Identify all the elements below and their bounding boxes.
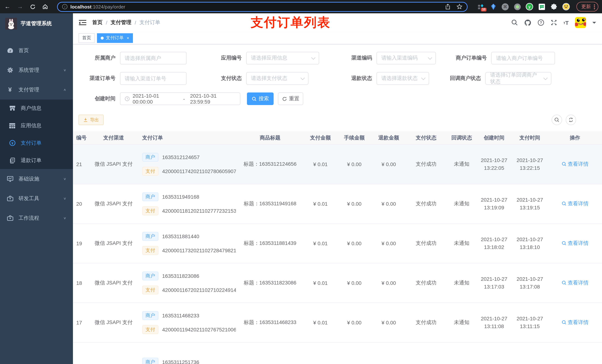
- fullscreen-icon[interactable]: [550, 19, 557, 26]
- notify-status-select[interactable]: 请选择订单回调商户状态: [485, 72, 551, 85]
- view-detail-link[interactable]: 查看详情: [561, 319, 589, 326]
- table-header-row: 编号 支付渠道 支付订单 商品标题 支付金额 手续金额 退款金额 支付状态 回调…: [73, 131, 602, 145]
- avatar[interactable]: [575, 17, 586, 28]
- extension-icon-3[interactable]: ⌘: [502, 3, 509, 10]
- search-icon: [561, 281, 566, 285]
- reload-icon[interactable]: [29, 3, 36, 10]
- screen: ← → i localhost:1024/pay/order 10 ⌘ y: [0, 0, 602, 364]
- refund-status-select[interactable]: 请选择退款状态: [376, 72, 429, 85]
- notify-status: 未通知: [447, 319, 476, 326]
- payment-submenu: 商户信息 应用信息 ¥ 支付订单 退款订单: [0, 100, 73, 169]
- browser-menu-icon[interactable]: [594, 4, 595, 9]
- extension-icon-5[interactable]: y: [526, 3, 533, 10]
- pay-status-select[interactable]: 请选择支付状态: [246, 72, 308, 85]
- extension-icon-2[interactable]: [489, 3, 497, 10]
- view-detail-link[interactable]: 查看详情: [561, 161, 589, 167]
- sidebar-item-system[interactable]: 系统管理 ∨: [0, 60, 73, 80]
- column-header: 手续金额: [336, 135, 372, 141]
- table-row[interactable]: 19 微信 JSAPI 支付 商户1635311881440 支付4200001…: [73, 224, 602, 263]
- extension-icon-1[interactable]: 10: [477, 3, 485, 10]
- extension-icon-6[interactable]: [538, 3, 545, 10]
- share-icon[interactable]: [445, 4, 451, 10]
- notify-status: 未通知: [447, 240, 476, 247]
- tab-home[interactable]: 首页: [78, 33, 95, 43]
- table-row[interactable]: 17 微信 JSAPI 支付 商户1635311468233 支付4200001…: [73, 303, 602, 343]
- sidebar-item-merchant-info[interactable]: 商户信息: [0, 100, 73, 117]
- table-row[interactable]: 18 微信 JSAPI 支付 商户1635311823086 支付4200001…: [73, 263, 602, 303]
- merchant-tag: 商户: [142, 192, 159, 201]
- extension-icon-4[interactable]: [514, 3, 521, 10]
- table-row[interactable]: 20 微信 JSAPI 支付 商户1635311949168 支付4200001…: [73, 184, 602, 224]
- home-icon[interactable]: [42, 3, 49, 10]
- chevron-down-icon: [544, 76, 548, 80]
- app-title: 芋道管理系统: [21, 20, 52, 27]
- app-select[interactable]: 请选择应用信息: [246, 52, 319, 64]
- sidebar-item-payment[interactable]: ¥ 支付管理 ∧: [0, 80, 73, 100]
- view-detail-link[interactable]: 查看详情: [561, 280, 589, 286]
- avatar-caret-icon[interactable]: [592, 22, 596, 25]
- column-header: 商品标题: [236, 135, 304, 141]
- pay-status: 支付成功: [405, 319, 447, 326]
- export-button[interactable]: 导出: [78, 115, 104, 125]
- refresh-table-button[interactable]: [566, 115, 576, 125]
- search-icon: [561, 320, 566, 325]
- view-detail-link[interactable]: 查看详情: [561, 240, 589, 247]
- github-icon[interactable]: [524, 19, 531, 26]
- column-header: 支付状态: [405, 135, 447, 141]
- notify-status: 未通知: [447, 161, 476, 167]
- column-header: 退款金额: [372, 135, 405, 141]
- reset-button[interactable]: 重置: [278, 93, 303, 105]
- update-button[interactable]: 更新: [576, 2, 598, 11]
- search-button[interactable]: 搜索: [247, 93, 274, 105]
- font-size-icon[interactable]: тT: [563, 20, 569, 26]
- merchant-input[interactable]: [120, 52, 187, 64]
- sidebar-item-workflow[interactable]: 工作流程 ∨: [0, 208, 73, 228]
- search-icon: [252, 96, 256, 101]
- chevron-down-icon: ∨: [63, 177, 66, 181]
- notify-status: 未通知: [447, 280, 476, 286]
- column-header: 支付时间: [512, 135, 548, 141]
- sidebar-item-pay-order[interactable]: ¥ 支付订单: [0, 134, 73, 152]
- sidebar-toggle-icon[interactable]: [79, 20, 86, 25]
- close-tab-icon[interactable]: ×: [127, 35, 129, 41]
- channel-order-no-input[interactable]: [120, 72, 187, 85]
- refresh-icon: [282, 96, 287, 101]
- search-icon: [561, 201, 566, 206]
- extensions-puzzle-icon[interactable]: [550, 3, 558, 10]
- notify-status: 未通知: [447, 200, 476, 207]
- search-icon[interactable]: [511, 19, 518, 26]
- sidebar-item-devtools[interactable]: 研发工具 ∨: [0, 189, 73, 208]
- back-icon[interactable]: ←: [4, 3, 11, 10]
- sidebar-item-infra[interactable]: 基础设施 ∨: [0, 169, 73, 189]
- breadcrumb-home[interactable]: 首页: [92, 19, 103, 26]
- merchant-order-no-input[interactable]: [491, 52, 555, 64]
- show-search-button[interactable]: [552, 115, 562, 125]
- table-row[interactable]: 21 微信 JSAPI 支付 商户1635312124657 支付4200001…: [73, 145, 602, 184]
- help-icon[interactable]: ?: [538, 19, 544, 26]
- column-header: 支付渠道: [90, 135, 138, 141]
- tab-pay-order[interactable]: 支付订单 ×: [97, 33, 133, 43]
- date-range-picker[interactable]: 2021-10-01 00:00:00 - 2021-10-31 23:59:5…: [120, 93, 240, 105]
- column-header: 支付金额: [304, 135, 336, 141]
- sidebar: 芋道管理系统 首页 系统管理 ∨ ¥ 支付管理 ∧: [0, 13, 73, 364]
- yen-icon: ¥: [7, 86, 13, 94]
- view-detail-link[interactable]: 查看详情: [561, 200, 589, 207]
- forward-icon[interactable]: →: [16, 3, 24, 10]
- dashboard-icon: [7, 48, 13, 53]
- channel-code-select[interactable]: 请输入渠道编码: [376, 52, 436, 64]
- sidebar-item-home[interactable]: 首页: [0, 41, 73, 60]
- sidebar-item-app-info[interactable]: 应用信息: [0, 117, 73, 134]
- page-title-annotation: 支付订单列表: [251, 14, 331, 31]
- sidebar-item-refund-order[interactable]: 退款订单: [0, 152, 73, 169]
- site-info-icon[interactable]: i: [62, 4, 67, 9]
- bookmark-star-icon[interactable]: [456, 4, 462, 10]
- breadcrumb-payment[interactable]: 支付管理: [111, 19, 131, 26]
- chevron-down-icon: ∨: [63, 68, 66, 72]
- chevron-up-icon: ∧: [63, 88, 66, 92]
- table-row[interactable]: 商户1635311251736: [73, 343, 602, 364]
- column-header: 编号: [73, 135, 90, 141]
- toolbox-icon: [7, 196, 13, 201]
- address-bar[interactable]: i localhost:1024/pay/order: [57, 2, 468, 12]
- page-content: 所属商户 应用编号 请选择应用信息 渠道编码 请输入渠道编码 商户订单编号: [73, 44, 602, 364]
- profile-emoji-icon[interactable]: [562, 3, 570, 10]
